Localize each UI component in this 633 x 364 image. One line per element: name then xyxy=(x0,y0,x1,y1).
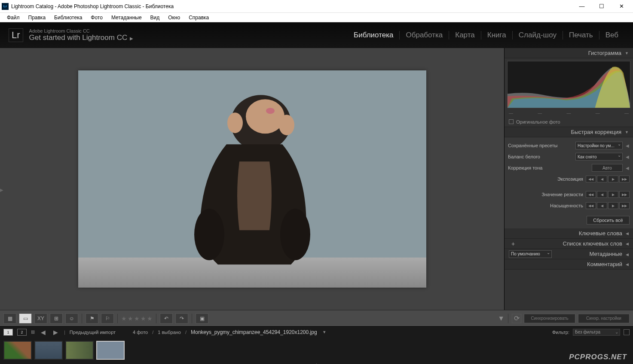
current-filename: Monkeys_pygmy_chimpanzee_454294_1920x120… xyxy=(191,329,317,335)
saved-presets-dropdown[interactable]: Настройки по ум... xyxy=(575,142,623,149)
menu-library[interactable]: Библиотека xyxy=(51,14,86,21)
expand-arrow-icon[interactable]: ◀ xyxy=(625,143,630,148)
filter-switch[interactable] xyxy=(624,329,630,335)
module-book[interactable]: Книга xyxy=(481,28,512,42)
metadata-header[interactable]: По умолчанию Метаданные◀ xyxy=(505,249,633,259)
menu-window[interactable]: Окно xyxy=(165,14,183,21)
step-down[interactable]: ◀ xyxy=(597,191,607,198)
menu-photo[interactable]: Фото xyxy=(87,14,106,21)
star-2[interactable]: ★ xyxy=(128,315,133,322)
thumbnail-4-selected[interactable] xyxy=(96,341,125,360)
main-window-button[interactable]: 1 xyxy=(3,329,13,336)
flag-pick-button[interactable]: ⚑ xyxy=(86,313,98,324)
star-3[interactable]: ★ xyxy=(134,315,140,322)
step-down[interactable]: ◀ xyxy=(597,176,607,182)
nav-fwd-button[interactable]: ▶ xyxy=(52,329,60,336)
star-4[interactable]: ★ xyxy=(141,315,146,322)
module-web[interactable]: Веб xyxy=(599,28,624,42)
step-big-down[interactable]: ◀◀ xyxy=(586,202,596,209)
auto-tone-button[interactable]: Авто xyxy=(592,164,623,172)
quickdev-body: Сохранённые пресеты Настройки по ум... ◀… xyxy=(505,137,633,228)
filename-chevron-icon[interactable]: ▾ xyxy=(323,329,326,335)
menu-view[interactable]: Вид xyxy=(147,14,163,21)
svg-point-6 xyxy=(280,209,310,260)
step-big-up[interactable]: ▶▶ xyxy=(619,176,630,182)
menu-file[interactable]: Файл xyxy=(3,14,23,21)
svg-point-5 xyxy=(194,209,224,260)
step-big-down[interactable]: ◀◀ xyxy=(586,191,596,198)
thumbnail-1[interactable] xyxy=(3,341,32,360)
menu-help[interactable]: Справка xyxy=(185,14,212,21)
chevron-left-icon: ◀ xyxy=(626,242,629,246)
step-big-up[interactable]: ▶▶ xyxy=(619,202,630,209)
star-5[interactable]: ★ xyxy=(147,315,153,322)
toolbar-chevron-icon[interactable]: ▼ xyxy=(498,315,505,322)
main-photo[interactable] xyxy=(78,70,426,288)
histogram-chart[interactable] xyxy=(507,61,630,108)
grid-view-button[interactable]: ▦ xyxy=(3,313,16,324)
module-print[interactable]: Печать xyxy=(563,28,599,42)
expand-arrow-icon[interactable]: ◀ xyxy=(625,155,630,159)
grid-icon[interactable]: ⊞ xyxy=(31,329,35,335)
step-up[interactable]: ▶ xyxy=(608,191,618,198)
filmstrip[interactable] xyxy=(0,337,633,363)
chevron-down-icon: ▼ xyxy=(625,51,629,55)
original-checkbox[interactable] xyxy=(509,119,514,124)
flag-reject-button[interactable]: ⚐ xyxy=(101,313,114,324)
original-photo-row[interactable]: Оригинальное фото xyxy=(505,117,633,127)
window-title: Lightroom Catalog - Adobe Photoshop Ligh… xyxy=(11,3,572,9)
module-slideshow[interactable]: Слайд-шоу xyxy=(513,28,563,42)
quickdev-header[interactable]: Быстрая коррекция▼ xyxy=(505,127,633,137)
menu-metadata[interactable]: Метаданные xyxy=(108,14,145,21)
wb-dropdown[interactable]: Как снято xyxy=(575,153,623,161)
close-button[interactable]: ✕ xyxy=(612,0,631,13)
step-up[interactable]: ▶ xyxy=(608,202,618,209)
add-keyword-icon[interactable]: + xyxy=(509,240,517,247)
app-icon: Lr xyxy=(2,3,9,10)
watermark: PCPROGS.NET xyxy=(569,353,627,361)
step-up[interactable]: ▶ xyxy=(608,176,618,182)
survey-view-button[interactable]: ⊞ xyxy=(50,313,63,324)
window-titlebar: Lr Lightroom Catalog - Adobe Photoshop L… xyxy=(0,0,633,13)
module-library[interactable]: Библиотека xyxy=(348,28,399,42)
step-big-up[interactable]: ▶▶ xyxy=(619,191,630,198)
left-panel-grabber[interactable]: ▶ xyxy=(0,179,3,200)
sync-button[interactable]: Синхронизировать xyxy=(524,314,575,323)
filter-label: Фильтр: xyxy=(552,330,569,335)
thumbnail-3[interactable] xyxy=(65,341,94,360)
slideshow-button[interactable]: ▣ xyxy=(196,313,208,324)
compare-view-button[interactable]: XY xyxy=(34,313,47,324)
loupe-view-button[interactable]: ▭ xyxy=(19,313,32,324)
module-develop[interactable]: Обработка xyxy=(400,28,449,42)
photo-content xyxy=(162,84,342,282)
sync-lock-button[interactable]: ⟳ xyxy=(512,314,521,323)
thumbnail-2[interactable] xyxy=(34,341,63,360)
comments-header[interactable]: Комментарий◀ xyxy=(505,259,633,270)
branding-block[interactable]: Adobe Lightroom Classic CC Get started w… xyxy=(29,28,134,42)
histogram-ticks: ————— xyxy=(505,111,633,117)
expand-arrow-icon[interactable]: ◀ xyxy=(625,166,630,170)
second-window-button[interactable]: 2 xyxy=(17,329,27,336)
histogram-header[interactable]: Гистограмма▼ xyxy=(505,48,633,58)
people-view-button[interactable]: ☺ xyxy=(65,313,78,324)
maximize-button[interactable]: ☐ xyxy=(592,0,612,13)
module-map[interactable]: Карта xyxy=(449,28,481,42)
rating-stars[interactable]: ★ ★ ★ ★ ★ xyxy=(121,315,153,322)
loupe-view[interactable]: ▶ xyxy=(0,48,504,310)
step-down[interactable]: ◀ xyxy=(597,202,607,209)
exposure-stepper: ◀◀ ◀ ▶ ▶▶ xyxy=(586,176,630,182)
source-label[interactable]: Предыдущий импорт xyxy=(70,330,116,335)
metadata-preset-dropdown[interactable]: По умолчанию xyxy=(509,250,552,258)
keywords-header[interactable]: Ключевые слова◀ xyxy=(505,228,633,239)
filter-dropdown[interactable]: Без фильтра xyxy=(573,329,620,336)
rotate-cw-button[interactable]: ↷ xyxy=(175,313,188,324)
nav-back-button[interactable]: ◀ xyxy=(39,329,47,336)
reset-all-button[interactable]: Сбросить всё xyxy=(587,216,630,224)
step-big-down[interactable]: ◀◀ xyxy=(586,176,596,182)
minimize-button[interactable]: — xyxy=(572,0,592,13)
keyword-list-header[interactable]: + Список ключевых слов◀ xyxy=(505,239,633,249)
menu-edit[interactable]: Правка xyxy=(25,14,49,21)
star-1[interactable]: ★ xyxy=(121,315,127,322)
sync-settings-button[interactable]: Синхр. настройки xyxy=(578,314,630,323)
rotate-ccw-button[interactable]: ↶ xyxy=(160,313,173,324)
